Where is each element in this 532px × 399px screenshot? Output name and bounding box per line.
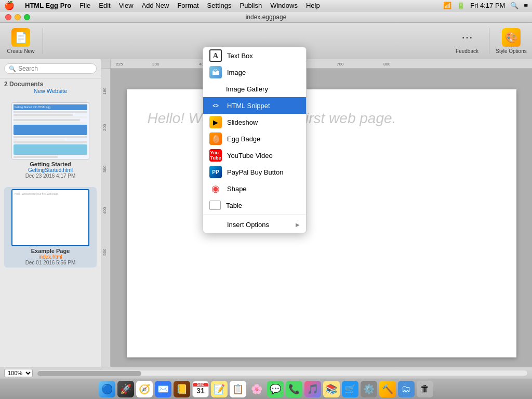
menu-add-new[interactable]: Add New — [138, 0, 174, 11]
doc-count: 2 Documents — [4, 81, 43, 88]
maximize-button[interactable] — [24, 14, 30, 20]
clock: Fri 4:17 PM — [470, 2, 505, 9]
doc-thumbnail-example: Hello! Welcome to your first web page. — [11, 189, 89, 246]
youtube-icon: YouTube — [209, 149, 222, 162]
menu-item-youtube-video[interactable]: YouTube YouTube Video — [203, 147, 306, 164]
wifi-icon: 📶 — [443, 2, 451, 9]
shape-label: Shape — [227, 185, 300, 193]
doc-date-1: Dec 23 2016 4:17 PM — [25, 173, 76, 179]
sidebar-count: 2 Documents New Website — [0, 78, 101, 96]
submenu-arrow: ▶ — [296, 222, 300, 228]
thumb-content-2: Hello! Welcome to your first web page. — [12, 190, 88, 245]
image-gallery-label: Image Gallery — [226, 85, 300, 93]
dock-mail[interactable]: ✉️ — [155, 381, 171, 397]
menu-item-insert-options[interactable]: Insert Options ▶ — [203, 216, 306, 233]
shape-icon: ◉ — [209, 182, 222, 195]
image-gallery-icon — [209, 83, 221, 95]
svg-text:200: 200 — [102, 124, 107, 131]
html-snippet-icon: <> — [209, 99, 222, 112]
traffic-lights — [5, 14, 30, 20]
sidebar-item-example-page[interactable]: Hello! Welcome to your first web page. E… — [4, 187, 97, 268]
search-wrapper: 🔍 — [4, 63, 97, 74]
dock-itunes[interactable]: 🎵 — [304, 381, 321, 397]
sidebar: 🔍 2 Documents New Website Getting Starte… — [0, 59, 101, 378]
toolbar-sep-1 — [43, 28, 43, 54]
menu-item-paypal[interactable]: PP PayPal Buy Button — [203, 164, 306, 180]
dock-folders[interactable]: 🗂 — [398, 381, 415, 397]
paypal-label: PayPal Buy Button — [227, 168, 300, 176]
sidebar-document-list: Getting Started with HTML Egg — [0, 96, 101, 378]
dock-appstore[interactable]: 🛒 — [342, 381, 358, 397]
menu-item-shape[interactable]: ◉ Shape — [203, 180, 306, 197]
menu-item-table[interactable]: Table — [203, 197, 306, 214]
thumb-content-1: Getting Started with HTML Egg — [12, 103, 89, 159]
menu-help[interactable]: Help — [302, 0, 324, 11]
menu-item-slideshow[interactable]: ▶ Slideshow — [203, 114, 306, 130]
dock-calendar[interactable]: DEC 31 — [192, 381, 209, 397]
dock-system-prefs[interactable]: ⚙️ — [361, 381, 377, 397]
dock-notes[interactable]: 📝 — [211, 381, 228, 397]
title-bar: index.eggpage — [0, 11, 532, 23]
svg-text:500: 500 — [102, 248, 107, 256]
dock-launchpad[interactable]: 🚀 — [117, 381, 134, 397]
create-new-button[interactable]: 📄 Create New — [5, 25, 36, 57]
slideshow-icon: ▶ — [209, 116, 222, 128]
svg-text:800: 800 — [383, 62, 391, 66]
search-icon-small: 🔍 — [9, 65, 16, 72]
style-options-button[interactable]: 🎨 Style Options — [496, 25, 527, 57]
dock-reminders[interactable]: 📋 — [230, 381, 246, 397]
search-input[interactable] — [18, 65, 92, 72]
menu-view[interactable]: View — [115, 0, 138, 11]
doc-thumbnail-getting-started: Getting Started with HTML Egg — [11, 102, 89, 159]
minimize-button[interactable] — [15, 14, 21, 20]
canvas-content[interactable]: Hello! Welcome to your first web page. — [111, 69, 532, 378]
top-ruler: 225 300 400 500 600 700 800 — [101, 59, 532, 69]
toolbar-sep-2 — [489, 28, 489, 54]
ruler-corner — [101, 59, 111, 69]
dock-safari[interactable]: 🧭 — [136, 381, 153, 397]
menu-item-egg-badge[interactable]: 🥚 Egg Badge — [203, 130, 306, 147]
dock-photos[interactable]: 🌸 — [248, 381, 265, 397]
menu-edit[interactable]: Edit — [95, 0, 114, 11]
zoom-select[interactable]: 100% — [4, 369, 33, 377]
dock-messages[interactable]: 💬 — [267, 381, 284, 397]
menu-publish[interactable]: Publish — [236, 0, 267, 11]
insert-options-icon — [209, 218, 222, 231]
text-box-label: Text Box — [227, 52, 300, 60]
style-options-icon: 🎨 — [502, 28, 521, 47]
svg-text:180: 180 — [102, 87, 107, 95]
dock-facetime[interactable]: 📞 — [286, 381, 302, 397]
dock-trash[interactable]: 🗑 — [417, 381, 433, 397]
close-button[interactable] — [5, 14, 11, 20]
menu-settings[interactable]: Settings — [203, 0, 236, 11]
menu-file[interactable]: File — [75, 0, 95, 11]
doc-title-1: Getting Started — [30, 161, 71, 167]
dock-contacts[interactable]: 📒 — [174, 381, 190, 397]
svg-text:225: 225 — [116, 62, 123, 66]
search-icon[interactable]: 🔍 — [510, 2, 518, 9]
left-ruler: 180 200 300 400 500 — [101, 69, 111, 378]
scroll-thumb — [37, 371, 141, 376]
menubar-right: 📶 🔋 Fri 4:17 PM 🔍 ≡ — [443, 2, 528, 9]
menu-item-html-snippet[interactable]: <> HTML Snippet — [203, 97, 306, 114]
dock-htmlegg[interactable]: 🔨 — [379, 381, 396, 397]
window-title: index.eggpage — [246, 14, 287, 21]
app-name[interactable]: HTML Egg Pro — [21, 0, 75, 11]
feedback-button[interactable]: ⋯ Feedback — [451, 25, 483, 57]
sidebar-item-getting-started[interactable]: Getting Started with HTML Egg — [4, 100, 97, 181]
menu-item-image[interactable]: 🏔 Image — [203, 64, 306, 81]
dock-ibooks[interactable]: 📚 — [323, 381, 340, 397]
text-box-icon: A — [209, 49, 222, 62]
menu-windows[interactable]: Windows — [266, 0, 302, 11]
canvas-body: 180 200 300 400 500 Hello! Welcome to yo… — [101, 69, 532, 378]
scroll-track[interactable] — [37, 370, 528, 376]
menu-item-text-box[interactable]: A Text Box — [203, 47, 306, 64]
menu-item-image-gallery[interactable]: Image Gallery — [203, 81, 306, 97]
notification-icon[interactable]: ≡ — [524, 2, 528, 9]
apple-menu[interactable]: 🍎 — [4, 1, 15, 10]
create-new-label: Create New — [7, 48, 35, 54]
new-website-link[interactable]: New Website — [4, 88, 97, 94]
doc-date-2: Dec 01 2016 5:56 PM — [25, 260, 76, 265]
dock-finder[interactable]: 🔵 — [99, 381, 115, 397]
menu-format[interactable]: Format — [173, 0, 203, 11]
